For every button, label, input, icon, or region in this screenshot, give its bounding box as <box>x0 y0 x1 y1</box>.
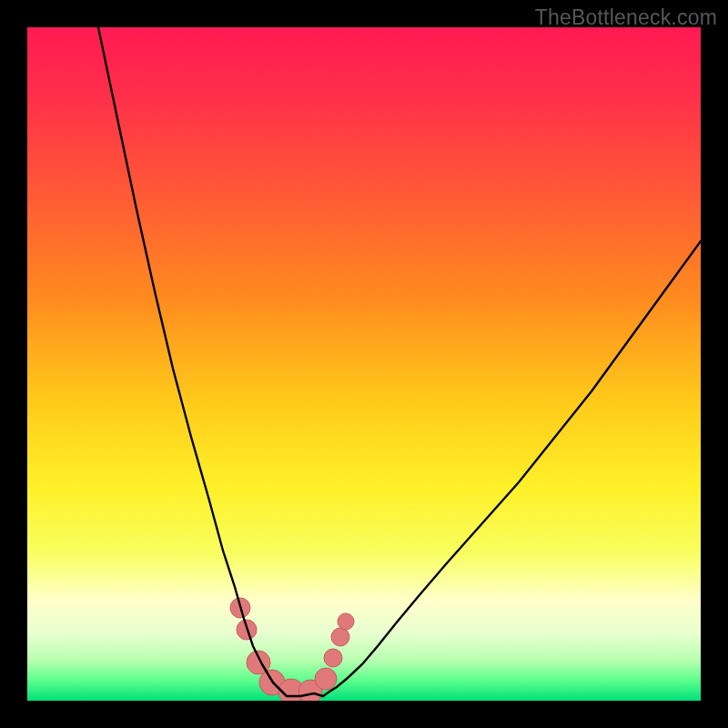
trough-marker-dot <box>338 613 354 630</box>
trough-marker-dot <box>315 668 337 690</box>
trough-markers <box>230 598 354 701</box>
trough-marker-dot <box>331 628 349 646</box>
watermark-text: TheBottleneck.com <box>535 5 717 30</box>
trough-marker-dot <box>324 649 342 667</box>
right-bottleneck-curve <box>323 241 701 696</box>
curve-layer <box>27 27 701 701</box>
plot-frame <box>27 27 701 701</box>
left-bottleneck-curve <box>98 27 287 696</box>
